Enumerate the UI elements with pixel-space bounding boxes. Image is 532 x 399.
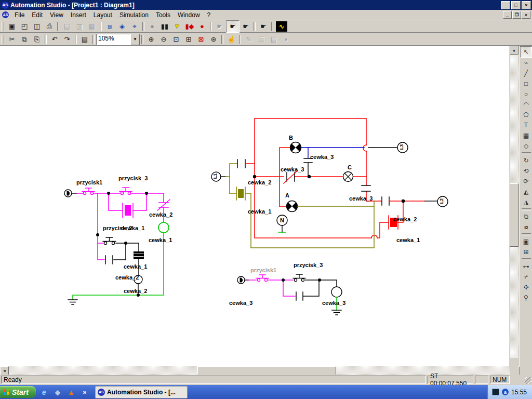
thumb-tool-1-button[interactable]: ☛ bbox=[214, 21, 226, 32]
diagram-canvas[interactable]: przycisk1 przycisk_3 cewka_2 cewka_1 prz… bbox=[0, 46, 509, 366]
label-cewka1[interactable]: cewka_1 bbox=[248, 208, 271, 215]
send-to-back-icon[interactable]: ⧇ bbox=[521, 222, 531, 232]
label-przycisk3[interactable]: przycisk_3 bbox=[118, 175, 148, 181]
label-cewka1[interactable]: cewka_1 bbox=[124, 263, 147, 270]
simulation-stop-button[interactable]: ● bbox=[196, 21, 208, 32]
bring-to-front-icon[interactable]: ⧉ bbox=[521, 211, 531, 222]
taskbar-task-automation-studio[interactable]: AS Automation Studio - [... bbox=[95, 386, 188, 398]
pan-button[interactable]: ☝ bbox=[225, 34, 237, 45]
new-project-button[interactable]: ▣ bbox=[6, 21, 18, 32]
toolbar-grip[interactable] bbox=[2, 22, 4, 31]
label-cewka3[interactable]: cewka_3 bbox=[349, 195, 373, 202]
flip-horizontal-tool-icon[interactable]: ◮ bbox=[521, 197, 531, 207]
zoom-in-button[interactable]: ⊕ bbox=[145, 34, 157, 45]
vertical-scroll-thumb[interactable] bbox=[510, 183, 518, 247]
label-cewka2[interactable]: cewka_2 bbox=[248, 179, 271, 185]
pointer-tool-icon[interactable]: ↖ bbox=[520, 46, 532, 58]
label-B[interactable]: B bbox=[289, 135, 293, 141]
close-icon[interactable]: × bbox=[522, 1, 531, 9]
thumb-tool-3-button[interactable]: ☛ bbox=[240, 21, 252, 32]
no-contact-cewka3-under-C[interactable] bbox=[362, 185, 370, 191]
label-cewka3[interactable]: cewka_3 bbox=[310, 154, 334, 160]
plot-button[interactable]: ∿ bbox=[276, 21, 287, 32]
vertical-scrollbar[interactable]: ▲ ▼ bbox=[510, 46, 518, 366]
line-style-button[interactable]: ☰ bbox=[255, 34, 268, 45]
minimize-icon[interactable]: _ bbox=[501, 1, 510, 9]
rotate-left-tool-icon[interactable]: ⟲ bbox=[521, 166, 531, 176]
report-button[interactable]: ▦ bbox=[86, 21, 98, 32]
label-cewka3-bottom[interactable]: cewka_3 bbox=[229, 300, 252, 306]
pin-tool-icon[interactable]: ⚲ bbox=[521, 292, 531, 303]
zoom-dropdown-icon[interactable]: ▼ bbox=[130, 34, 140, 45]
menu-simulation[interactable]: Simulation bbox=[116, 10, 152, 20]
bottom-circuit[interactable] bbox=[237, 274, 342, 315]
redo-button[interactable]: ↷ bbox=[61, 34, 73, 45]
no-contact-cewka3[interactable] bbox=[296, 280, 319, 300]
label-A[interactable]: A bbox=[285, 192, 289, 198]
ellipse-tool-icon[interactable]: ○ bbox=[521, 89, 531, 99]
pushbutton-przycisk2[interactable] bbox=[103, 237, 116, 245]
right-circuit[interactable] bbox=[211, 118, 448, 248]
label-przycisk1[interactable]: przycisk1 bbox=[76, 179, 102, 185]
brush-button[interactable]: ✎ bbox=[243, 34, 255, 45]
cut-button[interactable]: ✂ bbox=[6, 34, 18, 45]
matlab-icon[interactable]: ▲ bbox=[66, 387, 76, 397]
ground-symbol[interactable] bbox=[68, 300, 77, 304]
mdi-document-icon[interactable]: AS bbox=[2, 11, 9, 18]
group-tool-icon[interactable]: ▣ bbox=[521, 236, 531, 247]
align-tool-icon[interactable]: ✣ bbox=[521, 282, 531, 292]
diamond-tool-icon[interactable]: ◇ bbox=[521, 141, 531, 151]
left-circuit[interactable] bbox=[64, 188, 170, 304]
power-source-component[interactable] bbox=[237, 276, 249, 284]
zoom-selection-button[interactable]: ⊠ bbox=[195, 34, 207, 45]
pushbutton-przycisk3[interactable] bbox=[119, 188, 132, 195]
menu-edit[interactable]: Edit bbox=[28, 10, 46, 20]
coil-cewka1-olive[interactable] bbox=[230, 187, 245, 200]
polygon-tool-icon[interactable]: ⬠ bbox=[521, 110, 531, 120]
rectangle-tool-icon[interactable]: □ bbox=[521, 78, 531, 89]
no-contact-cewka3-vertical[interactable] bbox=[304, 158, 312, 176]
menu-tools[interactable]: Tools bbox=[152, 10, 174, 20]
zoom-out-button[interactable]: ⊖ bbox=[157, 34, 170, 45]
document-properties-button[interactable]: ▤ bbox=[61, 21, 73, 32]
menu-help[interactable]: ? bbox=[204, 10, 215, 20]
power-source-component[interactable] bbox=[64, 190, 77, 197]
paste-button[interactable]: ⎘ bbox=[31, 34, 43, 45]
ground-symbol[interactable] bbox=[332, 310, 341, 315]
document-setup-button[interactable]: ▥ bbox=[73, 21, 86, 32]
zoom-window-button[interactable]: ⊡ bbox=[170, 34, 182, 45]
no-contact-cewka1[interactable] bbox=[105, 243, 126, 264]
display-settings-tray-icon[interactable] bbox=[492, 389, 499, 395]
start-button[interactable]: Start bbox=[0, 386, 36, 398]
clock[interactable]: 15:55 bbox=[511, 389, 527, 396]
quick-launch-chevron-icon[interactable]: » bbox=[79, 387, 90, 397]
simulation-normal-button[interactable]: ● bbox=[146, 21, 158, 32]
lamp-cewka1-green[interactable] bbox=[158, 222, 169, 233]
label-cewka2[interactable]: cewka_2 bbox=[149, 211, 172, 218]
library-explorer-button[interactable]: ⧈ bbox=[103, 21, 116, 32]
simulation-slowmotion-button[interactable]: ▼ bbox=[171, 21, 183, 32]
label-cewka3[interactable]: cewka_3 bbox=[281, 166, 304, 172]
antivirus-tray-icon[interactable]: a bbox=[502, 389, 509, 395]
scroll-up-icon[interactable]: ▲ bbox=[510, 46, 518, 55]
pushbutton-przycisk3[interactable] bbox=[293, 274, 305, 282]
no-contact-cewka3-to-L2[interactable] bbox=[382, 197, 389, 205]
eraser-button[interactable]: ◗ bbox=[280, 34, 292, 45]
flip-vertical-tool-icon[interactable]: ◭ bbox=[521, 187, 531, 197]
lamp-C[interactable] bbox=[343, 172, 353, 182]
media-player-icon[interactable]: ◆ bbox=[52, 387, 63, 397]
scroll-left-icon[interactable]: ◄ bbox=[0, 366, 9, 375]
relay-coil-magenta[interactable] bbox=[109, 193, 147, 218]
arc-tool-icon[interactable]: ◠ bbox=[521, 99, 531, 110]
coil-cewka2-red[interactable] bbox=[255, 177, 403, 238]
simulation-pause-button[interactable]: ▮▮ bbox=[158, 21, 171, 32]
thumb-tool-2-button[interactable]: ☛ bbox=[226, 20, 240, 33]
label-cewka3-lamp[interactable]: cewka_3 bbox=[322, 300, 345, 306]
mdi-minimize-icon[interactable]: _ bbox=[503, 11, 512, 19]
toolbar-grip[interactable] bbox=[2, 35, 4, 44]
label-cewka1-overlap[interactable]: cewka_1 bbox=[121, 225, 144, 231]
simulation-step-button[interactable]: ▮◆ bbox=[183, 21, 196, 32]
print-button[interactable]: ⎙ bbox=[43, 21, 56, 32]
menu-window[interactable]: Window bbox=[174, 10, 204, 20]
hatch-button[interactable]: ▤ bbox=[268, 34, 280, 45]
